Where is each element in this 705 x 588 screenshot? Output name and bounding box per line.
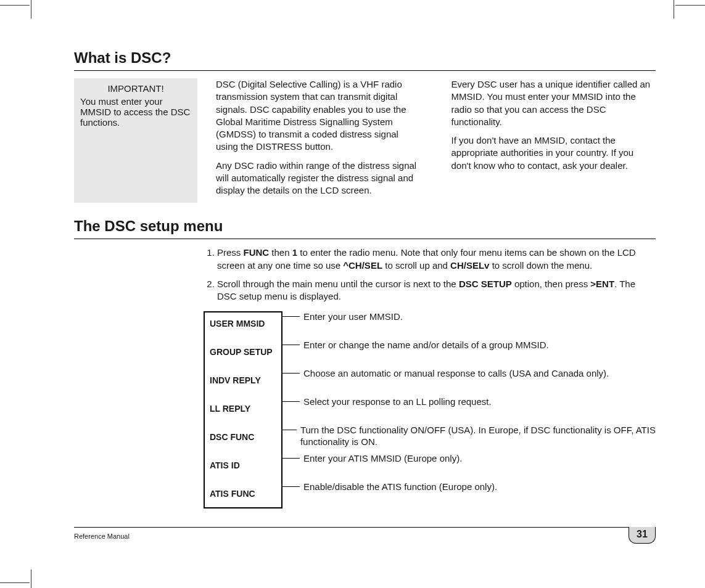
desc-group-setup: Enter or change the name and/or details … — [303, 340, 549, 351]
intro-p4: If you don't have an MMSID, contact the … — [451, 134, 656, 172]
desc-indv-reply: Choose an automatic or manual response t… — [303, 368, 609, 380]
important-body: You must enter your MMSID to access the … — [80, 96, 191, 128]
intro-columns: DSC (Digital Selective Calling) is a VHF… — [216, 78, 656, 203]
leader-line — [282, 486, 300, 487]
intro-row: IMPORTANT! You must enter your MMSID to … — [74, 78, 656, 203]
leader-line — [282, 401, 300, 402]
desc-row: Select your response to an LL polling re… — [282, 396, 656, 425]
menu-item-atis-id: ATIS ID — [210, 460, 276, 489]
menu-item-atis-func: ATIS FUNC — [210, 489, 276, 501]
leader-line — [282, 345, 300, 345]
desc-dsc-func: Turn the DSC functionality ON/OFF (USA).… — [300, 425, 656, 448]
desc-row: Enable/disable the ATIS function (Europe… — [282, 481, 656, 494]
menu-item-indv-reply: INDV REPLY — [210, 375, 276, 404]
crop-mark — [0, 582, 30, 583]
menu-item-user-mmsid: USER MMSID — [210, 319, 276, 347]
step-1: Press FUNC then 1 to enter the radio men… — [217, 247, 656, 272]
important-callout: IMPORTANT! You must enter your MMSID to … — [74, 78, 197, 203]
page-number: 31 — [629, 527, 656, 544]
intro-p2: Any DSC radio within range of the distre… — [216, 160, 421, 197]
desc-row: Enter your ATIS MMSID (Europe only). — [282, 453, 656, 481]
leader-line — [282, 316, 300, 317]
heading-what-is-dsc: What is DSC? — [74, 49, 656, 71]
manual-page: What is DSC? IMPORTANT! You must enter y… — [0, 0, 705, 588]
menu-item-dsc-func: DSC FUNC — [210, 432, 276, 460]
menu-diagram: USER MMSID GROUP SETUP INDV REPLY LL REP… — [204, 311, 656, 508]
desc-user-mmsid: Enter your user MMSID. — [303, 311, 403, 323]
crop-mark — [674, 0, 680, 18]
page-footer: Reference Manual 31 — [74, 527, 656, 544]
intro-p1: DSC (Digital Selective Calling) is a VHF… — [216, 78, 421, 153]
step-2: Scroll through the main menu until the c… — [217, 278, 656, 303]
menu-item-ll-reply: LL REPLY — [210, 404, 276, 432]
intro-col-1: DSC (Digital Selective Calling) is a VHF… — [216, 78, 421, 203]
desc-ll-reply: Select your response to an LL polling re… — [303, 396, 492, 408]
desc-row: Enter your user MMSID. — [282, 311, 656, 340]
important-title: IMPORTANT! — [80, 83, 191, 94]
crop-mark — [25, 0, 31, 18]
intro-p3: Every DSC user has a unique identifier c… — [451, 78, 656, 128]
heading-dsc-setup-menu: The DSC setup menu — [74, 218, 656, 239]
lcd-menu-box: USER MMSID GROUP SETUP INDV REPLY LL REP… — [204, 311, 282, 508]
footer-label: Reference Manual — [74, 533, 130, 540]
desc-atis-func: Enable/disable the ATIS function (Europe… — [303, 481, 497, 493]
leader-line — [282, 458, 300, 459]
crop-mark — [25, 570, 31, 588]
menu-item-group-setup: GROUP SETUP — [210, 347, 276, 375]
leader-line — [282, 430, 297, 430]
intro-col-2: Every DSC user has a unique identifier c… — [451, 78, 656, 203]
desc-row: Choose an automatic or manual response t… — [282, 368, 656, 396]
desc-row: Enter or change the name and/or details … — [282, 340, 656, 368]
desc-row: Turn the DSC functionality ON/OFF (USA).… — [282, 425, 656, 453]
desc-atis-id: Enter your ATIS MMSID (Europe only). — [303, 453, 462, 465]
leader-line — [282, 373, 300, 374]
crop-mark — [0, 5, 30, 6]
menu-descriptions: Enter your user MMSID. Enter or change t… — [282, 311, 656, 508]
instruction-list: Press FUNC then 1 to enter the radio men… — [204, 247, 656, 303]
